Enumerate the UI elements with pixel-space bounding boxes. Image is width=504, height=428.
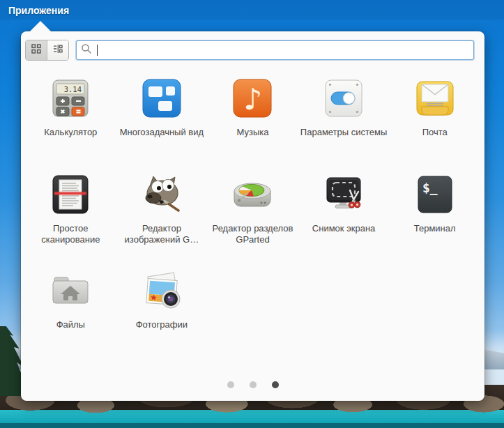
app-grid: 3.14 Калькулятор (25, 73, 480, 362)
wallpaper-water-deep (0, 423, 504, 428)
grid-view-button[interactable] (26, 40, 47, 60)
page-dot[interactable] (250, 381, 257, 388)
app-item-simple-scan[interactable]: Простое сканирование (25, 169, 116, 266)
app-label: Почта (422, 127, 448, 138)
search-icon (81, 43, 92, 57)
app-label: Калькулятор (44, 127, 97, 138)
app-item-mail[interactable]: Почта (389, 73, 480, 169)
applications-menu-button[interactable]: Приложения (8, 5, 69, 16)
app-item-files[interactable]: Файлы (25, 266, 116, 362)
music-icon: ♪ (230, 76, 275, 121)
page-indicator (227, 381, 279, 388)
svg-text:$_: $_ (422, 181, 438, 195)
app-item-gparted[interactable]: Редактор разделов GParted (207, 169, 298, 266)
app-label: Терминал (414, 223, 456, 234)
app-label: Простое сканирование (26, 223, 114, 245)
view-toggle (25, 40, 69, 61)
terminal-icon: $_ (413, 172, 457, 217)
app-label: Параметры системы (300, 127, 388, 138)
text-cursor (97, 45, 98, 56)
app-item-terminal[interactable]: $_ Терминал (389, 169, 480, 266)
svg-text:3.14: 3.14 (64, 85, 82, 93)
app-label: Многозадачный вид (120, 127, 204, 138)
app-label: Фотографии (136, 319, 188, 330)
app-item-calculator[interactable]: 3.14 Калькулятор (25, 73, 116, 169)
app-label: Редактор разделов GParted (208, 223, 296, 245)
app-item-music[interactable]: ♪ Музыка (207, 73, 298, 169)
category-view-icon (53, 44, 63, 56)
category-view-button[interactable] (47, 40, 68, 60)
app-item-multitasking[interactable]: Многозадачный вид (116, 73, 208, 169)
page-dot-active[interactable] (272, 381, 279, 388)
app-label: Снимок экрана (312, 223, 376, 234)
multitasking-icon (139, 76, 184, 121)
search-input[interactable] (76, 40, 474, 60)
photos-icon (139, 268, 184, 313)
app-label: Редактор изображений G… (118, 223, 206, 245)
popover-arrow (29, 21, 52, 32)
app-item-system-settings[interactable]: Параметры системы (298, 73, 390, 169)
calculator-icon: 3.14 (48, 76, 93, 121)
app-item-screenshot[interactable]: Снимок экрана (298, 169, 390, 266)
grid-view-icon (31, 44, 41, 56)
app-item-gimp[interactable]: Редактор изображений G… (116, 169, 208, 266)
popover-header (21, 31, 484, 61)
gparted-icon (230, 172, 275, 217)
files-icon (48, 268, 93, 313)
top-panel (0, 0, 504, 20)
app-item-photos[interactable]: Фотографии (116, 266, 208, 362)
screenshot-icon (321, 172, 366, 217)
mail-icon (413, 76, 457, 121)
svg-text:♪: ♪ (244, 82, 263, 116)
app-label: Файлы (56, 319, 85, 330)
app-label: Музыка (237, 127, 269, 138)
page-dot[interactable] (227, 381, 234, 388)
applications-popover: 3.14 Калькулятор (21, 31, 484, 401)
simple-scan-icon (48, 172, 93, 217)
system-settings-icon (321, 76, 366, 121)
gimp-icon (139, 172, 184, 217)
